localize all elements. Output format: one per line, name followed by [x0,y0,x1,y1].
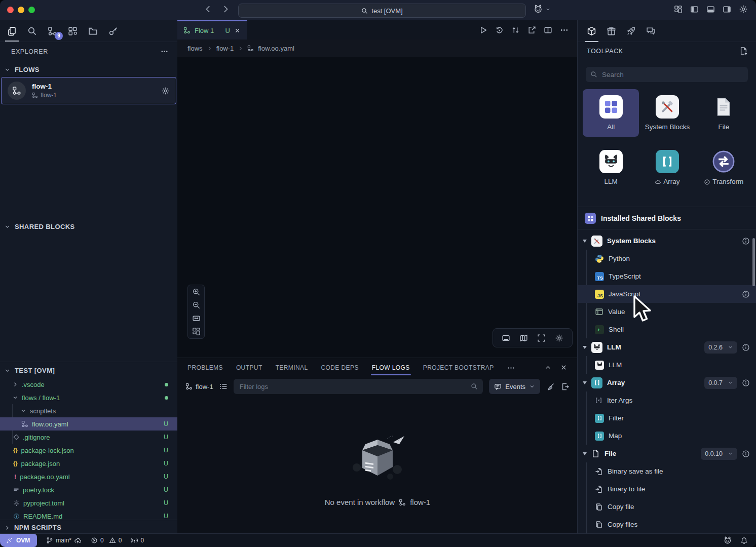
block-binary-to-file[interactable]: Binary to file [578,480,756,498]
folder-view-icon[interactable] [86,23,100,39]
block-filter[interactable]: Filter [578,409,756,427]
block-binary-save-as-file[interactable]: Binary save as file [578,462,756,480]
tile-array[interactable]: Array [639,144,695,191]
back-arrow-icon[interactable] [204,5,213,14]
tree-item-flows-flow-1[interactable]: flows / flow-1 [0,391,177,404]
block-shell[interactable]: Shell [578,321,756,338]
filter-logs-input[interactable] [239,382,471,391]
split-editor-icon[interactable] [544,26,552,34]
maximize-window-button[interactable] [28,7,35,13]
group-system-blocks[interactable]: System Blocks [578,232,756,250]
tree-item-package-json[interactable]: {} package.jsonU [0,457,177,470]
tab-flow-logs[interactable]: FLOW LOGS [372,359,410,375]
info-icon[interactable] [742,237,750,245]
customize-layout-icon[interactable] [674,5,683,14]
tile-file[interactable]: File [696,89,752,137]
info-icon[interactable] [742,343,750,351]
more-tabs-icon[interactable] [507,359,515,376]
llm-version-dropdown[interactable]: 0.2.6 [704,341,737,354]
flow-canvas[interactable] [177,57,578,358]
explorer-view-icon[interactable] [5,23,19,39]
tile-all[interactable]: All [583,89,639,137]
block-copy-file[interactable]: Copy file [578,498,756,516]
block-typescript[interactable]: TS TypeScript [578,267,756,285]
toolpack-search-input[interactable] [601,70,743,79]
tab-terminal[interactable]: TERMINAL [276,359,308,375]
search-view-icon[interactable] [25,23,39,39]
tree-item-pyproject[interactable]: pyproject.tomlU [0,496,177,510]
more-actions-icon[interactable] [560,26,569,34]
info-icon[interactable] [742,450,750,458]
feedback-status[interactable]: 0 [131,537,144,544]
tab-output[interactable]: OUTPUT [236,359,262,375]
tree-item-flow-oo-yaml[interactable]: flow.oo.yamlU [0,417,177,431]
block-llm[interactable]: LLM [578,356,756,374]
tree-item-vscode[interactable]: .vscode [0,378,177,391]
file-version-dropdown[interactable]: 0.0.10 [701,448,737,460]
window-search-box[interactable]: test [OVM] [238,4,526,18]
npm-scripts-section-header[interactable]: NPM SCRIPTS [4,524,61,531]
tab-project-bootstrap[interactable]: PROJECT BOOTSTRAP [423,359,494,375]
problems-status[interactable]: 0 0 [91,537,122,544]
tree-item-poetry-lock[interactable]: poetry.lockU [0,483,177,496]
minimize-window-button[interactable] [18,7,24,13]
settings-gear-icon[interactable] [739,5,748,14]
close-window-button[interactable] [7,7,14,13]
tile-llm[interactable]: LLM [583,144,639,191]
breadcrumb-file[interactable]: flow.oo.yaml [258,45,294,52]
compare-changes-icon[interactable] [511,26,520,34]
group-file[interactable]: File 0.0.10 [578,445,756,462]
export-logs-icon[interactable] [561,382,570,391]
toggle-left-panel-icon[interactable] [690,5,699,14]
info-icon[interactable] [742,290,750,298]
tree-item-package-oo-yaml[interactable]: ! package.oo.yamlU [0,470,177,483]
block-javascript[interactable]: JS JavaScript [578,285,756,303]
group-llm[interactable]: LLM 0.2.6 [578,338,756,356]
flows-section-header[interactable]: FLOWS [4,66,40,73]
tile-transform[interactable]: Transform [696,144,752,191]
assistant-menu[interactable] [533,4,551,14]
shared-blocks-section-header[interactable]: SHARED BLOCKS [4,223,75,230]
breadcrumb-flows[interactable]: flows [187,45,203,52]
flow-card[interactable]: flow-1 flow-1 [1,77,176,104]
group-array[interactable]: Array 0.0.7 [578,374,756,392]
close-panel-icon[interactable] [560,364,568,371]
notifications-bell-icon[interactable] [740,537,748,544]
block-value[interactable]: Value [578,303,756,321]
forward-arrow-icon[interactable] [221,5,230,14]
run-flow-icon[interactable] [479,26,487,34]
ovm-status-button[interactable]: OVM [0,534,37,547]
canvas-settings-gear-icon[interactable] [555,334,563,342]
scrollbar-thumb[interactable] [752,238,755,286]
tree-item-readme[interactable]: README.mdU [0,510,177,523]
fit-view-icon[interactable] [192,314,201,323]
block-copy-flies[interactable]: Copy flies [578,516,756,533]
fullscreen-icon[interactable] [537,334,546,342]
deploy-tab-icon[interactable] [624,23,638,39]
rerun-flow-icon[interactable] [495,26,504,34]
zoom-out-icon[interactable] [192,301,201,309]
tree-item-scriptlets[interactable]: scriptlets [0,404,177,417]
new-block-icon[interactable] [739,47,748,55]
secrets-view-icon[interactable] [106,23,120,39]
block-python[interactable]: Python [578,250,756,267]
toggle-bottom-panel-icon[interactable] [706,5,715,14]
toggle-right-panel-icon[interactable] [723,5,731,14]
flows-view-icon[interactable]: 9 [46,23,59,39]
chat-tab-icon[interactable] [644,23,658,39]
marketplace-tab-icon[interactable] [604,23,618,39]
block-map[interactable]: Map [578,427,756,445]
info-icon[interactable] [742,379,750,387]
minimap-icon[interactable] [519,334,528,342]
array-version-dropdown[interactable]: 0.0.7 [704,377,737,389]
toolpack-tab-icon[interactable] [585,23,598,39]
tree-item-gitignore[interactable]: .gitignoreU [0,431,177,444]
zoom-in-icon[interactable] [192,288,201,296]
mascot-icon[interactable] [723,536,732,545]
events-dropdown[interactable]: Events [489,379,540,394]
export-flow-icon[interactable] [527,26,536,34]
project-section-header[interactable]: TEST [OVM] [4,367,55,374]
tab-problems[interactable]: PROBLEMS [187,359,223,375]
breadcrumb-flow-1[interactable]: flow-1 [216,45,234,52]
log-flow-selector[interactable]: flow-1 [185,383,213,390]
